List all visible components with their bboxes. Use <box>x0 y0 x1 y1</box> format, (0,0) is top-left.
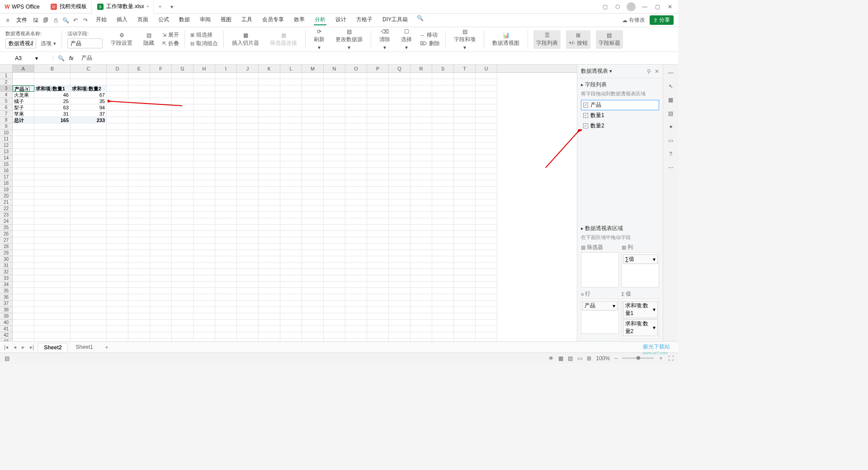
cell[interactable] <box>454 98 476 104</box>
cell[interactable] <box>389 313 410 320</box>
cell[interactable] <box>215 187 237 193</box>
cell[interactable] <box>107 180 128 187</box>
cell[interactable] <box>432 218 454 225</box>
cell[interactable] <box>128 79 150 85</box>
cell[interactable] <box>476 212 497 218</box>
cell[interactable] <box>302 332 324 338</box>
cell[interactable] <box>71 149 107 155</box>
cell[interactable] <box>13 332 34 338</box>
cell[interactable] <box>237 301 259 307</box>
cell[interactable] <box>13 73 34 79</box>
cell[interactable] <box>324 111 345 117</box>
cell[interactable] <box>34 142 71 149</box>
cell[interactable] <box>34 174 71 180</box>
cell[interactable] <box>34 244 71 250</box>
cell[interactable] <box>410 282 432 288</box>
cell[interactable] <box>237 212 259 218</box>
cell[interactable] <box>172 320 193 326</box>
cell[interactable] <box>150 288 172 294</box>
cell[interactable] <box>215 269 237 275</box>
cell[interactable] <box>128 85 150 92</box>
cell[interactable] <box>410 269 432 275</box>
cell[interactable] <box>259 237 280 244</box>
tab-page[interactable]: 页面 <box>137 15 149 25</box>
cell[interactable] <box>107 313 128 320</box>
cell[interactable] <box>259 79 280 85</box>
cell[interactable] <box>432 307 454 313</box>
cell[interactable] <box>215 294 237 301</box>
cell[interactable] <box>302 187 324 193</box>
cell[interactable] <box>410 338 432 341</box>
pivot-row-label[interactable]: 梨子 <box>13 104 34 111</box>
cell[interactable] <box>34 237 71 244</box>
col-header[interactable]: F <box>150 65 172 72</box>
cell[interactable] <box>237 320 259 326</box>
clear-button[interactable]: ⌫清除 ▾ <box>377 28 393 52</box>
cell[interactable] <box>150 231 172 237</box>
cell[interactable] <box>34 130 71 136</box>
field-list-toggle[interactable]: ☰字段列表 <box>533 30 561 49</box>
cell[interactable] <box>367 130 389 136</box>
cell[interactable] <box>454 180 476 187</box>
cell[interactable] <box>389 218 410 225</box>
cell[interactable] <box>193 332 215 338</box>
cell[interactable] <box>367 332 389 338</box>
cell[interactable] <box>150 98 172 104</box>
pin-icon[interactable]: ⚲ <box>647 68 651 75</box>
cell[interactable] <box>237 130 259 136</box>
cell[interactable] <box>476 282 497 288</box>
cell[interactable] <box>324 301 345 307</box>
cell[interactable] <box>128 136 150 142</box>
row-header[interactable]: 2 <box>0 79 13 85</box>
filter-dropdown-icon[interactable] <box>25 87 30 91</box>
cell[interactable] <box>324 275 345 282</box>
cell[interactable] <box>389 136 410 142</box>
cell[interactable] <box>389 225 410 231</box>
cell[interactable] <box>454 263 476 269</box>
cell[interactable] <box>367 111 389 117</box>
cell[interactable] <box>34 155 71 161</box>
sheet-tab[interactable]: Sheet2 <box>38 343 67 352</box>
cell[interactable] <box>389 338 410 341</box>
cell[interactable] <box>172 288 193 294</box>
field-settings-button[interactable]: ⚙字段设置 <box>108 31 135 48</box>
book-icon[interactable]: ▭ <box>667 137 675 144</box>
cell[interactable] <box>454 256 476 263</box>
cell[interactable] <box>476 231 497 237</box>
cell[interactable] <box>367 212 389 218</box>
cell[interactable] <box>454 218 476 225</box>
cell[interactable] <box>345 104 367 111</box>
cell[interactable] <box>324 212 345 218</box>
cell[interactable] <box>13 130 34 136</box>
cell[interactable] <box>476 193 497 199</box>
row-header[interactable]: 11 <box>0 136 13 142</box>
value-area[interactable]: 求和项:数量1▾ 求和项:数量2▾ <box>622 299 660 338</box>
cell[interactable] <box>150 123 172 130</box>
cell[interactable] <box>345 269 367 275</box>
cell[interactable] <box>324 218 345 225</box>
cell[interactable] <box>13 250 34 256</box>
cell[interactable] <box>280 320 302 326</box>
cell[interactable] <box>34 161 71 168</box>
cell[interactable] <box>389 85 410 92</box>
cell[interactable] <box>34 320 71 326</box>
cell[interactable] <box>259 168 280 174</box>
cell[interactable] <box>13 338 34 341</box>
area-item-val1[interactable]: 求和项:数量1▾ <box>623 301 658 318</box>
cell[interactable] <box>345 199 367 206</box>
cell[interactable] <box>215 104 237 111</box>
zoom-out-icon[interactable]: − <box>614 355 618 362</box>
cell[interactable] <box>389 193 410 199</box>
cell[interactable] <box>389 187 410 193</box>
cell[interactable] <box>410 256 432 263</box>
cell[interactable] <box>367 218 389 225</box>
cell[interactable] <box>150 92 172 98</box>
view-split-icon[interactable]: ⊞ <box>587 355 591 362</box>
cell[interactable] <box>215 155 237 161</box>
cell[interactable] <box>13 282 34 288</box>
cell[interactable] <box>389 269 410 275</box>
cell[interactable] <box>71 193 107 199</box>
pivot-value[interactable]: 31 <box>34 111 71 117</box>
cell[interactable] <box>259 117 280 123</box>
tab-data[interactable]: 数据 <box>178 15 191 25</box>
